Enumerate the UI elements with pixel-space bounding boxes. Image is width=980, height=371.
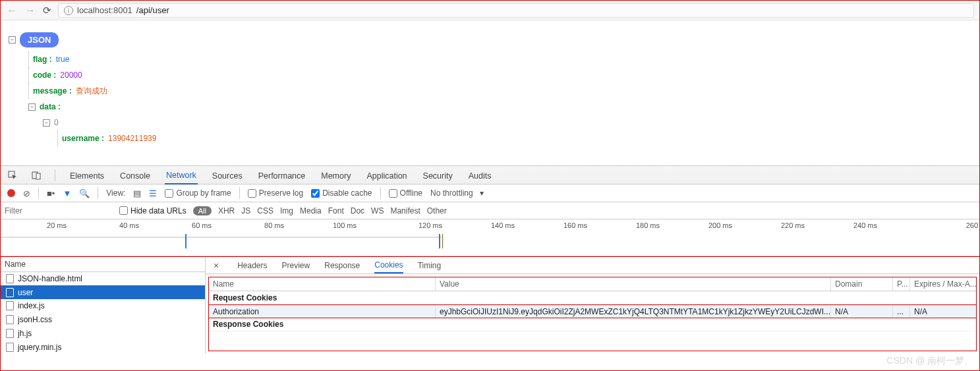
browser-url-bar: ← → ⟳ i localhost:8001/api/user	[1, 1, 979, 20]
filter-all-pill[interactable]: All	[193, 206, 212, 215]
timeline-tick: 60 ms	[192, 221, 212, 229]
url-host: localhost	[77, 5, 111, 15]
disable-cache-checkbox[interactable]: Disable cache	[311, 188, 372, 198]
filter-manifest[interactable]: Manifest	[390, 206, 420, 215]
network-toolbar: ⊘ ■• ▼ 🔍 View: ▤ ☰ Group by frame Preser…	[1, 185, 979, 202]
tab-elements[interactable]: Elements	[69, 167, 105, 184]
collapse-icon[interactable]: −	[43, 119, 50, 127]
detail-tab-cookies[interactable]: Cookies	[374, 257, 403, 273]
tab-audits[interactable]: Audits	[467, 167, 493, 184]
request-item[interactable]: jquery.min.js	[1, 340, 205, 354]
waterfall-icon[interactable]: ☰	[149, 188, 157, 198]
camera-icon[interactable]: ■•	[47, 188, 55, 198]
filter-icon[interactable]: ▼	[63, 188, 71, 198]
request-item[interactable]: jh.js	[1, 327, 205, 341]
file-icon	[6, 274, 14, 283]
filter-css[interactable]: CSS	[257, 206, 274, 215]
preserve-log-checkbox[interactable]: Preserve log	[248, 188, 303, 198]
search-icon[interactable]: 🔍	[79, 188, 90, 198]
filter-img[interactable]: Img	[280, 206, 293, 215]
chevron-down-icon: ▾	[480, 188, 484, 198]
col-name[interactable]: Name	[209, 277, 436, 291]
cookie-domain: N/A	[831, 305, 893, 318]
request-item[interactable]: jsonH.css	[1, 313, 205, 327]
hide-data-urls-checkbox[interactable]: Hide data URLs	[119, 206, 187, 215]
request-list-header: Name	[1, 257, 205, 272]
json-viewer: − JSON flag : true code : 20000 message …	[1, 20, 979, 165]
tab-application[interactable]: Application	[365, 167, 408, 184]
timeline-tick: 220 ms	[781, 221, 805, 229]
detail-tabs: × Headers Preview Response Cookies Timin…	[206, 257, 979, 274]
col-expires[interactable]: Expires / Max-A...	[910, 277, 976, 291]
timeline-tick: 20 ms	[47, 221, 67, 229]
tab-memory[interactable]: Memory	[320, 167, 352, 184]
device-toggle-icon[interactable]	[31, 170, 42, 181]
request-item[interactable]: user	[1, 285, 205, 299]
network-timeline[interactable]: 20 ms 40 ms 60 ms 80 ms 100 ms 120 ms 14…	[1, 219, 979, 256]
file-icon	[6, 343, 14, 352]
tab-network[interactable]: Network	[165, 166, 198, 185]
cookie-row[interactable]: Authorization eyJhbGciOiJIUzI1NiJ9.eyJqd…	[208, 304, 977, 318]
detail-tab-response[interactable]: Response	[324, 258, 360, 273]
filter-input[interactable]	[1, 203, 113, 219]
timeline-tick: 200 ms	[708, 221, 732, 229]
url-port: :8001	[111, 5, 132, 15]
svg-rect-2	[36, 173, 40, 179]
filter-media[interactable]: Media	[300, 206, 322, 215]
filter-xhr[interactable]: XHR	[218, 206, 235, 215]
back-icon[interactable]: ←	[6, 5, 18, 16]
forward-icon[interactable]: →	[24, 5, 36, 16]
col-value[interactable]: Value	[436, 277, 831, 291]
tab-security[interactable]: Security	[422, 167, 454, 184]
timeline-tick: 40 ms	[119, 221, 139, 229]
group-by-frame-checkbox[interactable]: Group by frame	[165, 188, 231, 198]
request-item[interactable]: JSON-handle.html	[1, 272, 205, 286]
json-key-username: username :	[62, 134, 104, 143]
collapse-icon[interactable]: −	[9, 36, 16, 43]
json-key-message: message :	[33, 86, 72, 96]
url-input[interactable]: i localhost:8001/api/user	[58, 3, 974, 18]
json-index-0: 0	[54, 118, 59, 127]
filter-ws[interactable]: WS	[371, 206, 384, 215]
offline-checkbox[interactable]: Offline	[389, 188, 422, 198]
tab-console[interactable]: Console	[119, 167, 152, 184]
clear-icon[interactable]: ⊘	[23, 188, 30, 198]
filter-doc[interactable]: Doc	[351, 206, 364, 215]
json-key-data: data :	[40, 102, 61, 111]
col-domain[interactable]: Domain	[831, 277, 893, 291]
filter-font[interactable]: Font	[328, 206, 344, 215]
url-path: /api/user	[136, 5, 169, 15]
file-icon	[6, 315, 14, 324]
timeline-tick: 180 ms	[636, 221, 660, 229]
file-icon	[6, 288, 14, 297]
cookie-expires: N/A	[910, 305, 976, 318]
timeline-tick: 120 ms	[418, 221, 442, 229]
json-key-flag: flag :	[33, 55, 52, 64]
file-icon	[6, 329, 14, 338]
detail-tab-headers[interactable]: Headers	[237, 258, 267, 273]
inspect-icon[interactable]	[7, 170, 18, 181]
timeline-tick: 80 ms	[264, 221, 284, 229]
json-val-username: 13904211939	[108, 134, 156, 143]
json-val-message: 查询成功	[76, 86, 107, 97]
request-item[interactable]: index.js	[1, 299, 205, 313]
timeline-tick: 140 ms	[491, 221, 515, 229]
tab-performance[interactable]: Performance	[257, 167, 307, 184]
collapse-icon[interactable]: −	[28, 103, 36, 111]
tab-sources[interactable]: Sources	[211, 167, 244, 184]
detail-tab-preview[interactable]: Preview	[282, 258, 310, 273]
col-path[interactable]: P...	[893, 277, 910, 291]
reload-icon[interactable]: ⟳	[43, 5, 51, 16]
large-rows-icon[interactable]: ▤	[133, 188, 141, 198]
info-icon[interactable]: i	[64, 6, 73, 15]
throttle-select[interactable]: No throttling ▾	[430, 188, 484, 198]
filter-other[interactable]: Other	[427, 206, 447, 215]
json-val-code: 20000	[60, 71, 82, 80]
request-list: Name JSON-handle.html user index.js json…	[1, 257, 206, 354]
filter-js[interactable]: JS	[241, 206, 250, 215]
close-icon[interactable]: ×	[214, 257, 219, 273]
file-icon	[6, 301, 14, 310]
devtools-tabs: Elements Console Network Sources Perform…	[1, 165, 979, 185]
detail-tab-timing[interactable]: Timing	[418, 258, 442, 273]
record-icon[interactable]	[7, 189, 15, 197]
